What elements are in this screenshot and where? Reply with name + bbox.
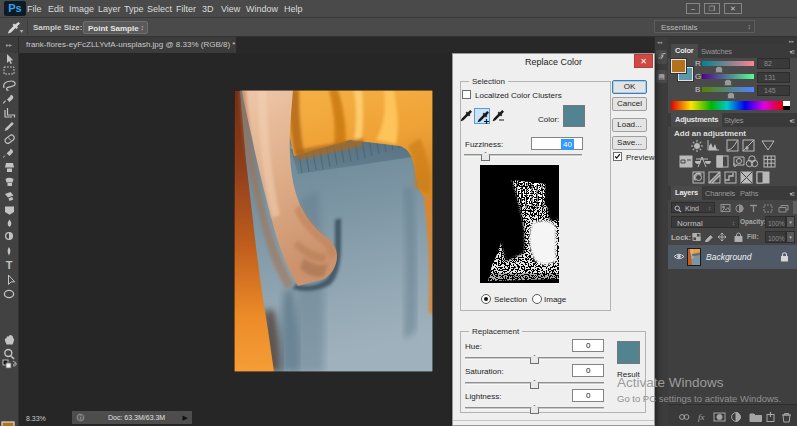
svg-text:fx: fx <box>698 412 705 422</box>
svg-text:T: T <box>6 259 13 271</box>
